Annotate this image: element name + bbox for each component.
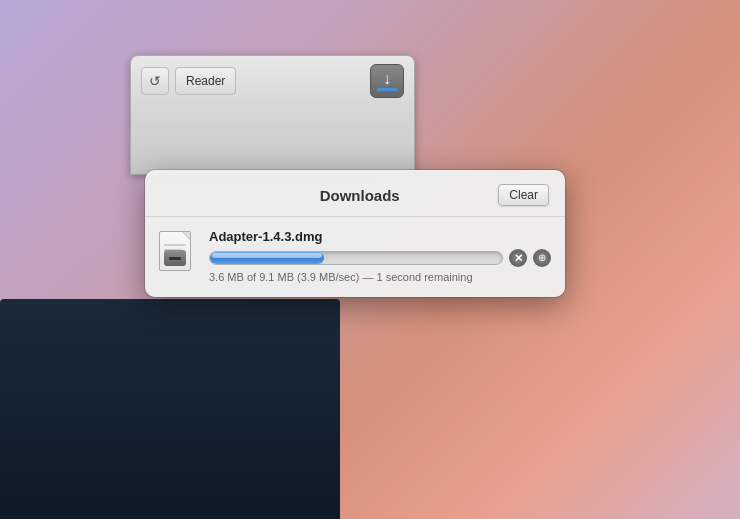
download-arrow-icon: ↓ [383, 71, 391, 87]
download-info: Adapter-1.4.3.dmg ✕ ⊕ 3.6 MB of 9.1 MB (… [209, 229, 551, 283]
download-item: Adapter-1.4.3.dmg ✕ ⊕ 3.6 MB of 9.1 MB (… [159, 229, 551, 283]
show-in-finder-button[interactable]: ⊕ [533, 249, 551, 267]
progress-container: ✕ ⊕ [209, 249, 551, 267]
reload-icon: ↺ [149, 73, 161, 89]
popup-header: Downloads Clear [145, 170, 565, 217]
desktop-dark-area [0, 299, 340, 519]
download-button[interactable]: ↓ [370, 64, 404, 98]
progress-bar-background [209, 251, 503, 265]
progress-bar-fill [210, 252, 324, 264]
file-icon [159, 231, 199, 277]
download-filename: Adapter-1.4.3.dmg [209, 229, 551, 244]
browser-window: ↺ Reader ↓ [130, 55, 415, 175]
reload-button[interactable]: ↺ [141, 67, 169, 95]
reader-button[interactable]: Reader [175, 67, 236, 95]
download-button-inner: ↓ [377, 71, 397, 91]
disk-overlay-icon [164, 250, 186, 266]
popup-body: Adapter-1.4.3.dmg ✕ ⊕ 3.6 MB of 9.1 MB (… [145, 217, 565, 297]
progress-bar-shine [212, 253, 322, 258]
file-icon-body [159, 231, 191, 271]
downloads-popup: Downloads Clear [145, 170, 565, 297]
download-progress-bar [377, 88, 397, 91]
clear-button[interactable]: Clear [498, 184, 549, 206]
magnify-icon: ⊕ [538, 253, 546, 263]
cancel-download-button[interactable]: ✕ [509, 249, 527, 267]
popup-title: Downloads [221, 187, 498, 204]
disk-slot [169, 257, 181, 260]
browser-toolbar: ↺ Reader ↓ [131, 56, 414, 106]
file-icon-line [164, 244, 186, 246]
download-status: 3.6 MB of 9.1 MB (3.9 MB/sec) — 1 second… [209, 271, 551, 283]
file-icon-fold-bg [183, 232, 190, 239]
cancel-icon: ✕ [514, 253, 523, 264]
